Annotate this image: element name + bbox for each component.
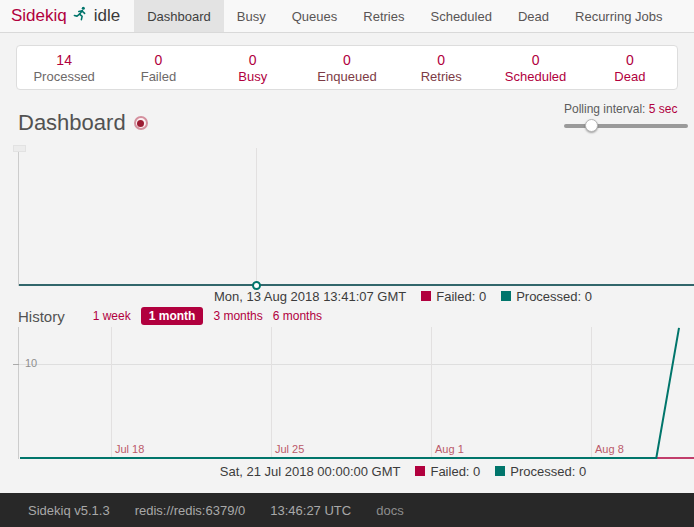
realtime-legend: Mon, 13 Aug 2018 13:41:07 GMT Failed: 0 … — [0, 288, 694, 304]
tab-recurring-jobs[interactable]: Recurring Jobs — [562, 0, 675, 32]
polling-label: Polling interval: 5 sec — [564, 102, 688, 116]
tab-queues[interactable]: Queues — [279, 0, 351, 32]
footer-redis-url: redis://redis:6379/0 — [135, 503, 246, 518]
history-legend-failed: Failed: 0 — [415, 464, 480, 479]
dashboard-header: Dashboard Polling interval: 5 sec — [18, 102, 676, 140]
stat-busy: 0 Busy — [206, 53, 300, 82]
stat-busy-value: 0 — [206, 53, 300, 68]
history-legend-time: Sat, 21 Jul 2018 00:00:00 GMT — [220, 464, 401, 479]
processed-swatch-icon — [495, 466, 505, 476]
nav-tabs: Dashboard Busy Queues Retries Scheduled … — [134, 0, 675, 32]
history-header: History 1 week 1 month 3 months 6 months — [18, 307, 694, 325]
footer-version: Sidekiq v5.1.3 — [28, 503, 110, 518]
history-legend: Sat, 21 Jul 2018 00:00:00 GMT Failed: 0 … — [0, 463, 694, 479]
stat-retries-value: 0 — [394, 53, 488, 68]
tab-busy[interactable]: Busy — [224, 0, 279, 32]
history-chart: 10 Jul 18 Jul 25 Aug 1 Aug 8 — [18, 327, 694, 459]
tab-dead[interactable]: Dead — [505, 0, 562, 32]
history-ranges: 1 week 1 month 3 months 6 months — [93, 307, 322, 325]
range-1-month[interactable]: 1 month — [141, 307, 204, 325]
page-title-text: Dashboard — [18, 110, 126, 136]
footer: Sidekiq v5.1.3 redis://redis:6379/0 13:4… — [0, 493, 694, 527]
stat-processed: 14 Processed — [17, 53, 111, 82]
realtime-legend-time: Mon, 13 Aug 2018 13:41:07 GMT — [214, 289, 406, 304]
stats-summary-card: 14 Processed 0 Failed 0 Busy 0 Enqueued … — [16, 45, 678, 90]
tab-dashboard[interactable]: Dashboard — [134, 0, 224, 32]
realtime-chart-lines — [19, 148, 694, 286]
polling-interval-slider[interactable] — [564, 124, 688, 128]
live-poll-beacon-icon — [134, 116, 148, 130]
history-chart-lines — [19, 327, 694, 459]
polling-value: 5 sec — [649, 102, 678, 116]
failed-swatch-icon — [421, 291, 431, 301]
stat-failed: 0 Failed — [111, 53, 205, 82]
stat-dead: 0 Dead — [583, 53, 677, 82]
history-legend-processed: Processed: 0 — [495, 464, 586, 479]
brand-link[interactable]: Sidekiq idle — [0, 0, 130, 32]
status-text: idle — [94, 6, 120, 26]
realtime-chart — [18, 148, 694, 286]
processed-swatch-icon — [501, 291, 511, 301]
polling-control: Polling interval: 5 sec — [564, 102, 688, 128]
brand-name: Sidekiq — [11, 6, 67, 26]
stat-scheduled-value: 0 — [488, 53, 582, 68]
polling-slider-thumb[interactable] — [585, 119, 598, 132]
stat-enqueued-value: 0 — [300, 53, 394, 68]
stat-dead-value: 0 — [583, 53, 677, 68]
realtime-legend-failed: Failed: 0 — [421, 289, 486, 304]
history-title: History — [18, 308, 65, 325]
stat-failed-label: Failed — [141, 69, 176, 84]
realtime-legend-processed: Processed: 0 — [501, 289, 592, 304]
stat-processed-label: Processed — [33, 69, 94, 84]
stat-busy-link[interactable]: Busy — [238, 69, 267, 84]
stat-processed-value: 14 — [17, 53, 111, 68]
tab-retries[interactable]: Retries — [350, 0, 417, 32]
stat-scheduled: 0 Scheduled — [488, 53, 582, 82]
stat-dead-link[interactable]: Dead — [614, 69, 645, 84]
stat-retries: 0 Retries — [394, 53, 488, 82]
stat-enqueued: 0 Enqueued — [300, 53, 394, 82]
stat-scheduled-link[interactable]: Scheduled — [505, 69, 566, 84]
range-3-months[interactable]: 3 months — [213, 309, 262, 323]
failed-swatch-icon — [415, 466, 425, 476]
tab-scheduled[interactable]: Scheduled — [417, 0, 504, 32]
range-1-week[interactable]: 1 week — [93, 309, 131, 323]
footer-time: 13:46:27 UTC — [270, 503, 351, 518]
range-6-months[interactable]: 6 months — [273, 309, 322, 323]
stat-retries-link[interactable]: Retries — [421, 69, 462, 84]
page-title: Dashboard — [18, 110, 148, 136]
stat-enqueued-link[interactable]: Enqueued — [317, 69, 376, 84]
stat-failed-value: 0 — [111, 53, 205, 68]
runner-icon — [73, 5, 88, 27]
navbar: Sidekiq idle Dashboard Busy Queues Retri… — [0, 0, 694, 33]
footer-docs-link[interactable]: docs — [376, 503, 403, 518]
